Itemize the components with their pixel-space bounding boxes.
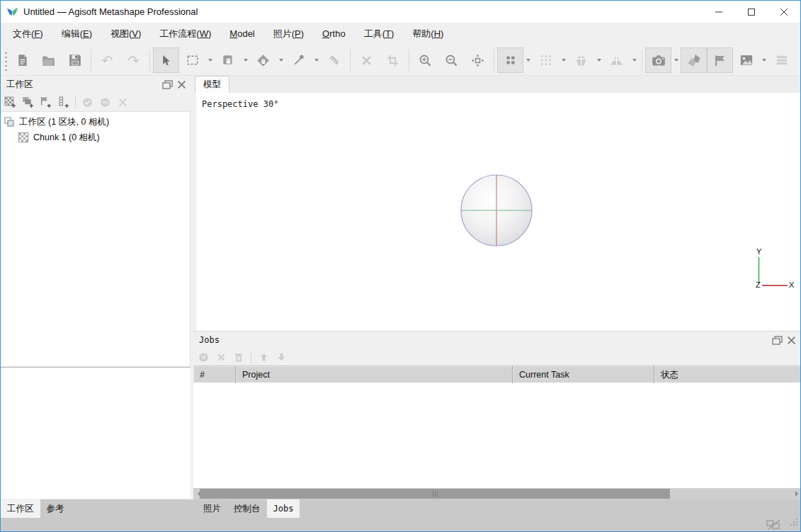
tab-model[interactable]: 模型 [195, 76, 229, 93]
menu-photo[interactable]: 照片(P) [264, 23, 313, 45]
rect-selection-button[interactable] [179, 47, 205, 73]
menu-workflow[interactable]: 工作流程(W) [150, 23, 220, 45]
tiled-model-dropdown[interactable] [630, 47, 639, 73]
remove-item-button[interactable] [115, 94, 130, 110]
menu-tools[interactable]: 工具(T) [355, 23, 404, 45]
move-job-down-button[interactable] [274, 350, 288, 364]
axis-y-label: Y [756, 247, 762, 256]
delete-selection-button[interactable] [353, 47, 380, 73]
column-status[interactable]: 状态 [654, 366, 801, 383]
add-chunk-button[interactable] [3, 94, 18, 110]
chunk-icon [18, 132, 29, 143]
move-region-dropdown[interactable] [276, 47, 285, 73]
move-object-dropdown[interactable] [241, 47, 250, 73]
float-panel-icon[interactable] [162, 80, 173, 89]
close-panel-icon[interactable] [787, 336, 796, 345]
model-viewport[interactable]: Perspective 30° [193, 93, 801, 331]
navigation-tool-button[interactable] [153, 47, 179, 73]
trackball-sphere [459, 173, 534, 251]
crop-selection-button[interactable] [380, 47, 406, 73]
maximize-button[interactable] [735, 1, 768, 23]
show-tiled-model-button[interactable] [603, 47, 630, 73]
menu-ortho[interactable]: Ortho [313, 23, 355, 45]
toolbar-grip[interactable] [3, 50, 9, 71]
close-panel-icon[interactable] [177, 80, 186, 89]
tab-reference[interactable]: 参考 [40, 499, 71, 518]
add-marker-button[interactable] [38, 94, 53, 110]
show-point-cloud-button[interactable] [533, 47, 559, 73]
scrollbar-track[interactable] [204, 488, 791, 499]
workspace-panel-title: 工作区 [6, 79, 33, 91]
undo-button[interactable]: ↶ [94, 47, 120, 73]
show-model-button[interactable] [568, 47, 594, 73]
column-number[interactable]: # [193, 366, 236, 383]
tree-item-chunk[interactable]: Chunk 1 (0 相机) [1, 130, 190, 145]
clear-jobs-button[interactable] [232, 350, 246, 364]
new-document-icon [16, 54, 29, 67]
point-cloud-icon [540, 54, 552, 67]
move-region-icon [256, 54, 270, 67]
minimize-button[interactable] [703, 1, 735, 23]
add-scalebar-button[interactable] [56, 94, 71, 110]
point-cloud-dropdown[interactable] [559, 47, 568, 73]
trash-icon [234, 352, 244, 363]
disable-circle-icon [99, 96, 111, 108]
tab-workspace[interactable]: 工作区 [1, 499, 40, 518]
add-photos-button[interactable] [21, 94, 35, 110]
save-project-button[interactable] [62, 47, 88, 73]
tie-points-dropdown[interactable] [523, 47, 533, 73]
draw-tools-dropdown[interactable] [312, 47, 321, 73]
enable-item-button[interactable] [80, 94, 95, 110]
jobs-panel: Jobs [193, 331, 801, 488]
camera-icon [652, 53, 666, 67]
zoom-in-button[interactable] [412, 47, 438, 73]
app-window: Untitled — Agisoft Metashape Professiona… [0, 0, 801, 532]
show-images-button[interactable] [733, 47, 759, 73]
tree-item-label: Chunk 1 (0 相机) [33, 132, 100, 144]
open-project-button[interactable] [35, 47, 62, 73]
workspace-tree: 工作区 (1 区块, 0 相机) Chunk 1 (0 相机) [1, 111, 191, 367]
new-project-button[interactable] [9, 47, 35, 73]
rect-selection-dropdown[interactable] [205, 47, 215, 73]
column-project[interactable]: Project [236, 366, 513, 383]
ruler-button[interactable] [321, 47, 347, 73]
menu-view[interactable]: 视图(V) [101, 23, 150, 45]
metashape-logo-icon [6, 6, 18, 18]
show-basemap-button[interactable] [768, 47, 795, 73]
add-scalebar-icon [57, 96, 69, 108]
images-dropdown[interactable] [759, 47, 768, 73]
model-dropdown[interactable] [594, 47, 603, 73]
tree-item-workspace[interactable]: 工作区 (1 区块, 0 相机) [1, 114, 190, 130]
column-current-task[interactable]: Current Task [513, 366, 654, 383]
cameras-dropdown[interactable] [671, 47, 681, 73]
show-shapes-button[interactable] [681, 47, 707, 73]
cancel-job-button[interactable] [214, 350, 228, 364]
close-button[interactable] [768, 1, 800, 23]
toolbar-separator [350, 50, 351, 71]
draw-point-button[interactable] [285, 47, 312, 73]
horizontal-scrollbar[interactable] [193, 488, 801, 499]
tab-photos[interactable]: 照片 [197, 499, 227, 518]
show-cameras-button[interactable] [645, 47, 671, 73]
menu-help[interactable]: 帮助(H) [403, 23, 453, 45]
move-object-button[interactable] [215, 47, 241, 73]
reset-view-button[interactable] [465, 47, 491, 73]
show-markers-button[interactable] [707, 47, 733, 73]
move-job-up-button[interactable] [256, 350, 271, 364]
disable-item-button[interactable] [98, 94, 113, 110]
scrollbar-thumb[interactable] [200, 489, 670, 499]
zoom-out-button[interactable] [438, 47, 465, 73]
float-panel-icon[interactable] [772, 336, 783, 345]
resize-grip[interactable] [789, 517, 799, 530]
tab-console[interactable]: 控制台 [227, 499, 267, 518]
show-tie-points-button[interactable] [497, 47, 523, 73]
scroll-right-arrow[interactable] [791, 488, 801, 499]
pause-job-button[interactable] [196, 350, 210, 364]
menu-edit[interactable]: 编辑(E) [52, 23, 101, 45]
crop-icon [387, 55, 399, 67]
menu-model[interactable]: Model [220, 23, 263, 45]
menu-file[interactable]: 文件(F) [4, 23, 52, 45]
move-region-button[interactable] [250, 47, 276, 73]
redo-button[interactable]: ↷ [120, 47, 147, 73]
tab-jobs[interactable]: Jobs [267, 499, 300, 518]
